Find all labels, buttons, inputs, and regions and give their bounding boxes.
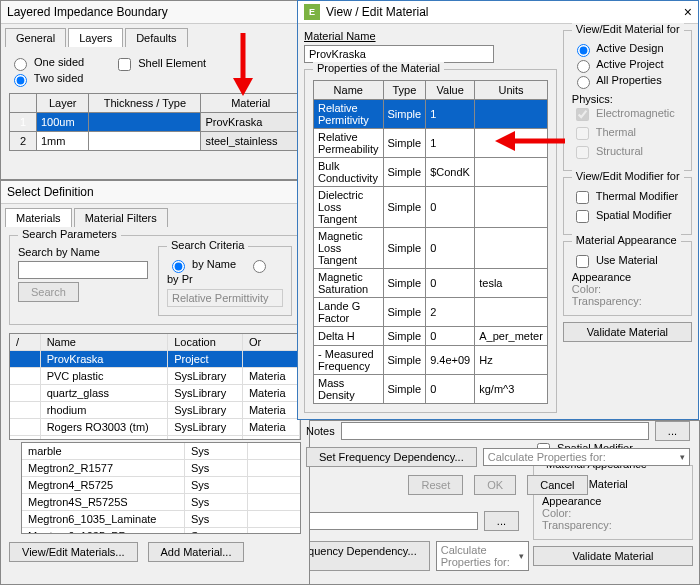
col-thickness: Thickness / Type xyxy=(89,94,201,113)
list-item[interactable]: Megtron4S_R5725SSys xyxy=(22,494,300,511)
shell-element-opt[interactable]: Shell Element xyxy=(114,55,206,87)
view-edit-materials-button[interactable]: View/Edit Materials... xyxy=(9,542,138,562)
notes-browse-button[interactable]: ... xyxy=(655,421,690,441)
prop-row[interactable]: Delta HSimple0A_per_meter xyxy=(314,327,548,346)
notes-input[interactable] xyxy=(341,422,649,440)
vem-titlebar: E View / Edit Material × xyxy=(298,1,698,24)
calc-props-combo[interactable]: Calculate Properties for: xyxy=(483,448,690,466)
material-list[interactable]: / Name Location Or ProvKraskaProjectPVC … xyxy=(9,333,301,440)
layered-tabs: General Layers Defaults xyxy=(1,24,309,47)
bg-notes-browse[interactable]: ... xyxy=(484,511,519,531)
ok-button[interactable]: OK xyxy=(474,475,516,495)
prop-row[interactable]: Relative PermeabilitySimple1 xyxy=(314,129,548,158)
prop-row[interactable]: Relative PermitivitySimple1 xyxy=(314,100,548,129)
active-design-opt[interactable]: Active Design xyxy=(572,42,664,54)
two-sided-opt[interactable]: Two sided xyxy=(9,72,83,84)
layered-window: Layered Impedance Boundary General Layer… xyxy=(0,0,310,180)
tab-general[interactable]: General xyxy=(5,28,66,47)
set-freq-button[interactable]: Set Frequency Dependency... xyxy=(306,447,477,467)
seldef-title: Select Definition xyxy=(7,185,94,199)
seldef-titlebar: Select Definition xyxy=(1,181,309,204)
material-dropdown[interactable]: steel_stainless xyxy=(201,132,301,151)
list-item[interactable]: ProvKraskaProject xyxy=(10,351,300,368)
prop-row[interactable]: Dielectric Loss TangentSimple0 xyxy=(314,187,548,228)
list-item[interactable]: Megtron4_R5725Sys xyxy=(22,477,300,494)
prop-row[interactable]: Magnetic Loss TangentSimple0 xyxy=(314,228,548,269)
material-dropdown[interactable]: ProvKraska xyxy=(201,113,301,132)
view-edit-material-dialog: E View / Edit Material × Material Name P… xyxy=(297,0,699,420)
thermal-mod-check[interactable]: Thermal Modifier xyxy=(572,190,678,202)
by-name-opt[interactable]: by Name xyxy=(167,258,236,270)
use-mat-app-check[interactable]: Use Material Appearance xyxy=(572,254,658,283)
em-check: Electromagnetic xyxy=(572,107,675,119)
material-sublist[interactable]: marbleSysMegtron2_R1577SysMegtron4_R5725… xyxy=(21,442,301,534)
layered-title: Layered Impedance Boundary xyxy=(7,5,168,19)
properties-table[interactable]: Name Type Value Units Relative Permitivi… xyxy=(313,80,548,404)
list-item[interactable]: Megtron6_1035_LaminateSys xyxy=(22,511,300,528)
list-item[interactable]: PVC plasticSysLibraryMateria xyxy=(10,368,300,385)
spatial-mod-check[interactable]: Spatial Modifier xyxy=(572,209,672,221)
prop-row[interactable]: Lande G FactorSimple2 xyxy=(314,298,548,327)
list-item[interactable]: quartz_glassSysLibraryMateria xyxy=(10,385,300,402)
search-criteria-group: Search Criteria by Name by Pr Relative P… xyxy=(158,246,292,316)
active-project-opt[interactable]: Active Project xyxy=(572,58,664,70)
search-by-name-label: Search by Name xyxy=(18,246,148,258)
material-name-label: Material Name xyxy=(304,30,557,42)
vem-for-group: View/Edit Material for Active Design Act… xyxy=(563,30,692,171)
vem-mod-group: View/Edit Modifier for Thermal Modifier … xyxy=(563,177,692,235)
prop-row[interactable]: Bulk ConductivitySimple$CondK xyxy=(314,158,548,187)
list-item[interactable]: Rogers RO3006 (tm)SysLibraryMateria xyxy=(10,436,300,440)
thermal-check: Thermal xyxy=(572,126,636,138)
bg-notes-input[interactable] xyxy=(294,512,478,530)
layer-table[interactable]: Layer Thickness / Type Material 1 100um … xyxy=(9,93,301,151)
all-props-opt[interactable]: All Properties xyxy=(572,74,662,86)
list-item[interactable]: Megtron2_R1577Sys xyxy=(22,460,300,477)
tab-layers[interactable]: Layers xyxy=(68,28,123,47)
tab-materials[interactable]: Materials xyxy=(5,208,72,227)
prop-row[interactable]: Mass DensitySimple0kg/m^3 xyxy=(314,375,548,404)
select-definition-window: Select Definition Materials Material Fil… xyxy=(0,180,310,585)
layer-row[interactable]: 1 100um ProvKraska xyxy=(10,113,301,132)
cancel-button[interactable]: Cancel xyxy=(527,475,587,495)
list-item[interactable]: Rogers RO3003 (tm)SysLibraryMateria xyxy=(10,419,300,436)
add-material-button[interactable]: Add Material... xyxy=(148,542,245,562)
col-material: Material xyxy=(201,94,301,113)
layered-body: One sided Two sided Shell Element Layer … xyxy=(1,47,309,159)
prop-row[interactable]: - Measured FrequencySimple9.4e+09Hz xyxy=(314,346,548,375)
search-property: Relative Permittivity xyxy=(167,289,283,307)
layered-titlebar: Layered Impedance Boundary xyxy=(1,1,309,24)
tab-defaults[interactable]: Defaults xyxy=(125,28,187,47)
col-blank xyxy=(10,94,37,113)
col-layer: Layer xyxy=(37,94,89,113)
tab-material-filters[interactable]: Material Filters xyxy=(74,208,168,227)
mat-appearance-group: Material Appearance Use Material Appeara… xyxy=(563,241,692,316)
search-button[interactable]: Search xyxy=(18,282,79,302)
material-name-input[interactable] xyxy=(304,45,494,63)
properties-group: Properties of the Material Name Type Val… xyxy=(304,69,557,413)
reset-button[interactable]: Reset xyxy=(408,475,463,495)
validate-button[interactable]: Validate Material xyxy=(563,322,692,342)
list-item[interactable]: rhodiumSysLibraryMateria xyxy=(10,402,300,419)
prop-row[interactable]: Magnetic SaturationSimple0tesla xyxy=(314,269,548,298)
vem-title: View / Edit Material xyxy=(326,5,429,19)
structural-check: Structural xyxy=(572,145,643,157)
list-header: / Name Location Or xyxy=(10,334,300,351)
list-item[interactable]: marbleSys xyxy=(22,443,300,460)
layer-row[interactable]: 2 1mm steel_stainless xyxy=(10,132,301,151)
search-params-group: Search Parameters Search by Name Search … xyxy=(9,235,301,325)
app-icon: E xyxy=(304,4,320,20)
bg-calc-props[interactable]: Calculate Properties for: xyxy=(436,541,529,571)
search-input[interactable] xyxy=(18,261,148,279)
close-icon[interactable]: × xyxy=(684,4,692,20)
one-sided-opt[interactable]: One sided xyxy=(9,56,84,68)
bg-validate[interactable]: Validate Material xyxy=(533,546,693,566)
seldef-tabs: Materials Material Filters xyxy=(1,204,309,227)
